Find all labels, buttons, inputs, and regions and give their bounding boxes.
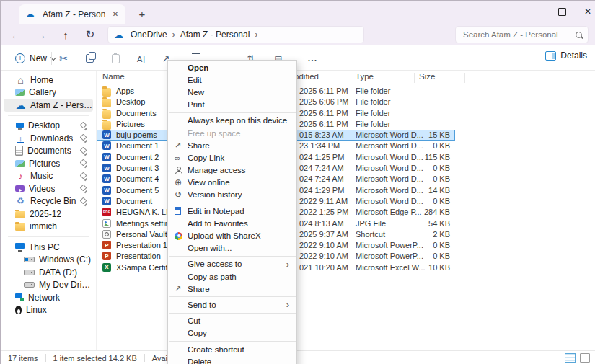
breadcrumb[interactable]: OneDriveAfam Z - Personal [107, 26, 364, 43]
menu-item-create-shortcut[interactable]: Create shortcut [168, 343, 296, 355]
back-button[interactable]: ← [6, 26, 25, 43]
explorer-tab[interactable]: Afam Z - Personal [19, 4, 125, 24]
sidebar-item-recycle-bin[interactable]: Recycle Bin [4, 195, 93, 208]
search-box[interactable] [455, 26, 589, 43]
folder-icon [15, 223, 25, 231]
menu-item-cut[interactable]: Cut [168, 315, 296, 327]
sidebar-item-afam-z-personal[interactable]: Afam Z - Personal [4, 99, 93, 112]
sidebar-item-data-d[interactable]: DATA (D:) [4, 266, 93, 279]
rename-button[interactable] [131, 49, 152, 68]
column-header-name[interactable]: Name [102, 72, 125, 81]
menu-item-add-to-favorites[interactable]: Add to Favorites [168, 217, 296, 229]
minimize-button[interactable] [521, 1, 550, 22]
menu-item-share[interactable]: Share [168, 139, 296, 151]
file-date-modified: 024 7:24 AM [299, 164, 344, 172]
column-header-type[interactable]: Type [356, 72, 374, 81]
sidebar-item-this-pc[interactable]: This PC [4, 241, 93, 254]
menu-item-open-with[interactable]: Open with... [168, 242, 296, 254]
word-file-icon [102, 130, 111, 139]
menu-item-version-history[interactable]: Version history [168, 189, 296, 201]
sidebar-item-gallery[interactable]: Gallery [4, 86, 93, 99]
sidebar-item-network[interactable]: Network [4, 291, 93, 304]
folder-file-icon [102, 99, 111, 107]
sharex-icon [175, 232, 182, 240]
menu-item-new[interactable]: New [168, 86, 296, 98]
breadcrumb-item-onedrive[interactable]: OneDrive [128, 29, 170, 40]
menu-item-send-to[interactable]: Send to [168, 298, 296, 311]
sidebar-item-my-dev-drive-e[interactable]: My Dev Drive (E:) [4, 279, 93, 292]
excel-file-icon [102, 263, 111, 272]
breadcrumb-item-afam-z-personal[interactable]: Afam Z - Personal [177, 29, 253, 40]
onedrive-cloud-icon [114, 30, 123, 40]
cut-button[interactable] [53, 49, 74, 68]
sidebar-item-label: Recycle Bin [30, 196, 76, 206]
sidebar-item-windows-c[interactable]: Windows (C:) [4, 254, 93, 267]
menu-item-copy-as-path[interactable]: Copy as path [168, 270, 296, 283]
folder-icon [15, 211, 25, 218]
close-button[interactable] [573, 1, 595, 22]
word-file-icon [102, 174, 111, 183]
sidebar-item-documents[interactable]: Documents [4, 145, 93, 158]
pictures-icon [15, 160, 25, 167]
menu-item-upload-with-sharex[interactable]: Upload with ShareX [168, 229, 296, 241]
menu-item-give-access-to[interactable]: Give access to [168, 258, 296, 270]
sidebar-item-immich[interactable]: immich [4, 221, 93, 234]
menu-item-label: View online [188, 178, 230, 187]
menu-item-share[interactable]: Share [168, 283, 296, 295]
new-tab-button[interactable]: + [135, 6, 149, 21]
menu-item-copy[interactable]: Copy [168, 327, 296, 339]
file-date-modified: 2025 9:37 AM [299, 230, 348, 239]
history-icon [175, 190, 182, 200]
maximize-button[interactable] [547, 1, 576, 22]
sidebar-item-home[interactable]: Home [4, 74, 93, 86]
details-toggle[interactable]: Details [545, 50, 587, 61]
more-options-button[interactable] [302, 49, 324, 68]
menu-item-free-up-space[interactable]: Free up space [168, 127, 296, 139]
forward-button[interactable]: → [32, 26, 50, 43]
selection-summary: 1 item selected 14.2 KB [46, 354, 144, 363]
refresh-button[interactable]: ↻ [81, 26, 100, 43]
menu-item-edit[interactable]: Edit [168, 74, 296, 86]
sidebar-item-desktop[interactable]: Desktop [4, 120, 93, 133]
menu-item-manage-access[interactable]: Manage access [168, 164, 296, 177]
rename-icon [137, 52, 146, 65]
column-header-size[interactable]: Size [419, 72, 435, 81]
sidebar-item-label: Home [30, 75, 53, 85]
column-divider[interactable] [464, 73, 465, 83]
menu-item-open[interactable]: Open [168, 61, 296, 74]
column-divider[interactable] [414, 73, 415, 83]
command-toolbar: New Details [1, 45, 595, 71]
column-divider[interactable] [351, 73, 351, 83]
menu-item-copy-link[interactable]: Copy Link [168, 151, 296, 164]
menu-item-label: Delete [188, 358, 211, 364]
videos-icon [15, 185, 25, 192]
file-size: 54 KB [396, 219, 450, 228]
copy-button[interactable] [79, 49, 100, 68]
word-file-icon [102, 197, 111, 205]
file-name: Document 3 [116, 164, 159, 172]
search-input[interactable] [462, 30, 576, 40]
menu-item-delete[interactable]: Delete [168, 355, 296, 364]
sidebar-item-videos[interactable]: Videos [4, 182, 93, 195]
file-date-modified: 024 8:13 AM [299, 219, 344, 228]
folder-file-icon [102, 121, 111, 130]
sidebar-item-pictures[interactable]: Pictures [4, 157, 93, 170]
sidebar-item-music[interactable]: Music [4, 170, 93, 183]
menu-item-view-online[interactable]: View online [168, 177, 296, 189]
menu-item-print[interactable]: Print [168, 99, 296, 111]
menu-icon-slot [172, 190, 188, 200]
sidebar-item-downloads[interactable]: Downloads [4, 132, 93, 145]
menu-item-label: Open with... [188, 244, 232, 252]
sidebar-item-label: Videos [29, 184, 55, 194]
menu-item-always-keep-on-this-device[interactable]: Always keep on this device [168, 115, 296, 127]
sidebar-item-2025-12[interactable]: 2025-12 [4, 208, 93, 221]
sidebar-item-linux[interactable]: Linux [4, 304, 93, 317]
tab-close-icon[interactable] [110, 9, 121, 20]
menu-item-edit-in-notepad[interactable]: Edit in Notepad [168, 205, 296, 217]
up-button[interactable]: ↑ [56, 26, 75, 43]
menu-item-label: Cut [188, 316, 200, 325]
details-view-toggle-icon[interactable] [565, 353, 576, 363]
thumbnail-view-toggle-icon[interactable] [580, 353, 590, 363]
chevron-right-icon [252, 30, 260, 40]
paste-button[interactable] [105, 49, 126, 68]
